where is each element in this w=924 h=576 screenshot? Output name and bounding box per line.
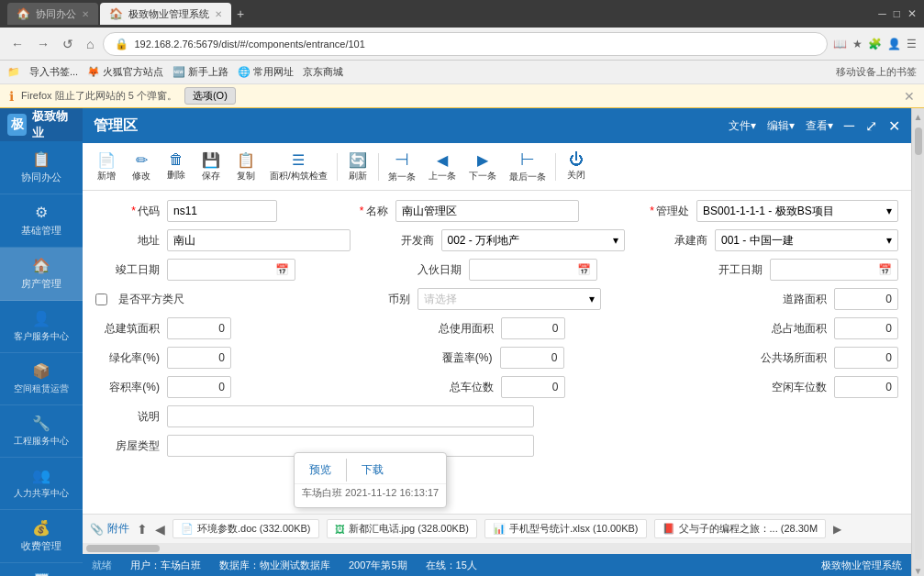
- floor-ratio-input[interactable]: [167, 376, 231, 398]
- toolbar-separator-3: [555, 153, 556, 181]
- add-button[interactable]: 📄 新增: [90, 149, 123, 185]
- notification-bar: ℹ Firefox 阻止了此网站的 5 个弹窗。 选项(O) ✕: [0, 84, 924, 108]
- maximize-app-btn[interactable]: ⤢: [865, 117, 877, 135]
- preview-button[interactable]: 预览: [295, 459, 346, 482]
- bookmark-jd[interactable]: 京东商城: [303, 65, 343, 79]
- attach-more-button[interactable]: ▶: [833, 523, 841, 536]
- scroll-up-icon[interactable]: ▲: [914, 112, 923, 122]
- green-rate-input[interactable]: [167, 347, 231, 369]
- total-build-label: 总建筑面积: [95, 321, 160, 337]
- tab-2-close[interactable]: ✕: [215, 9, 222, 19]
- attach-upload-icon[interactable]: ⬆: [137, 522, 148, 537]
- movein-date-input[interactable]: 📅: [469, 259, 597, 281]
- contractor-label: 承建商: [643, 233, 707, 249]
- bookmark-firefox[interactable]: 🦊 火狐官方站点: [87, 65, 163, 79]
- sqm-checkbox[interactable]: [95, 294, 107, 305]
- sync-icon[interactable]: 👤: [887, 38, 901, 50]
- attach-item-1[interactable]: 📄 环境参数.doc (332.00KB): [173, 519, 319, 538]
- last-button[interactable]: ⊢ 最后一条: [504, 147, 551, 186]
- completion-date-input[interactable]: 📅: [167, 259, 295, 281]
- attach-prev-icon[interactable]: ◀: [155, 522, 165, 537]
- header-edit-menu[interactable]: 编辑▾: [767, 118, 795, 134]
- code-input[interactable]: [167, 200, 277, 222]
- notif-close-button[interactable]: ✕: [904, 89, 915, 104]
- public-area-input[interactable]: [834, 347, 898, 369]
- close-button[interactable]: ⏻ 关闭: [560, 149, 593, 184]
- refresh-icon: 🔄: [349, 151, 367, 169]
- notif-options-button[interactable]: 选项(O): [184, 87, 236, 105]
- attach-item-2[interactable]: 🖼 新都汇电话.jpg (328.00KB): [327, 519, 477, 538]
- developer-select[interactable]: 002 - 万利地产 ▾: [441, 229, 625, 251]
- free-parking-input[interactable]: [834, 376, 898, 398]
- sidebar-item-工程服务[interactable]: 🔧 工程服务中心: [0, 405, 83, 458]
- bookmark-icon[interactable]: ★: [852, 38, 863, 50]
- header-view-menu[interactable]: 查看▾: [806, 118, 833, 134]
- pdf-icon: 📕: [662, 523, 675, 535]
- attach-item-3[interactable]: 📊 手机型号统计.xlsx (10.00KB): [484, 519, 647, 538]
- cover-rate-input[interactable]: [500, 347, 564, 369]
- extensions-icon[interactable]: 🧩: [868, 38, 882, 50]
- address-input[interactable]: [167, 229, 351, 251]
- tab-2-label: 极致物业管理系统: [128, 7, 209, 21]
- name-input[interactable]: [395, 200, 579, 222]
- reload-button[interactable]: ↺: [59, 35, 77, 53]
- minimize-btn[interactable]: ─: [878, 7, 886, 20]
- first-button[interactable]: ⊣ 第一条: [383, 147, 421, 186]
- next-button[interactable]: ▶ 下一条: [463, 149, 502, 185]
- tab-1[interactable]: 🏠 协同办公 ✕: [7, 3, 98, 25]
- sidebar-item-空间租赁[interactable]: 📦 空间租赁运营: [0, 353, 83, 405]
- sidebar-item-票据管理[interactable]: 🧾 票据管理: [0, 563, 83, 576]
- delete-button[interactable]: 🗑 删除: [160, 149, 193, 184]
- bookmark-import[interactable]: 导入书签...: [29, 65, 78, 79]
- url-box[interactable]: 🔒 192.168.2.76:5679/dist/#/components/en…: [103, 32, 828, 56]
- sidebar-item-基础管理[interactable]: ⚙ 基础管理: [0, 194, 83, 248]
- mobile-bookmarks[interactable]: 移动设备上的书签: [836, 65, 917, 79]
- sidebar-item-协同办公[interactable]: 📋 协同办公: [0, 141, 83, 194]
- road-area-input[interactable]: [834, 288, 898, 310]
- sidebar-item-收费管理[interactable]: 💰 收费管理: [0, 510, 83, 563]
- prev-button[interactable]: ◀ 上一条: [423, 149, 462, 185]
- reader-icon: 📖: [833, 38, 847, 50]
- tab-2[interactable]: 🏠 极致物业管理系统 ✕: [100, 3, 231, 25]
- forward-button[interactable]: →: [33, 35, 53, 53]
- bookmark-newuser[interactable]: 🆕 新手上路: [173, 65, 228, 79]
- tooltip-popup: 预览 下载 车场白班 2021-11-12 16:13:17: [294, 452, 447, 508]
- total-use-input[interactable]: [501, 317, 565, 339]
- currency-select[interactable]: 请选择 ▾: [417, 288, 601, 310]
- sidebar-item-房产管理[interactable]: 🏠 房产管理: [0, 248, 83, 301]
- header-file-menu[interactable]: 文件▾: [729, 118, 756, 134]
- scroll-down-icon[interactable]: ▼: [914, 566, 923, 576]
- refresh-button[interactable]: 🔄 刷新: [341, 149, 374, 185]
- attach-item-4[interactable]: 📕 父与子的编程之旅：... (28.30M: [654, 519, 827, 538]
- close-window-btn[interactable]: ✕: [907, 7, 917, 20]
- contractor-select[interactable]: 001 - 中国一建 ▾: [715, 229, 898, 251]
- close-app-btn[interactable]: ✕: [888, 117, 900, 135]
- menu-icon[interactable]: ☰: [907, 38, 917, 50]
- app-container: 极 极致物业 📋 协同办公 ⚙ 基础管理 🏠 房产管理 👤 客户服务中心 📦 空…: [0, 108, 924, 576]
- vertical-scrollbar-thumb[interactable]: [915, 127, 922, 155]
- edit-button[interactable]: ✏ 修改: [125, 149, 158, 185]
- total-build-input[interactable]: [167, 317, 231, 339]
- copy-button[interactable]: 📋 复制: [229, 149, 262, 185]
- sidebar-item-人力共享[interactable]: 👥 人力共享中心: [0, 458, 83, 510]
- validate-button[interactable]: ☰ 面积/构筑检查: [264, 149, 333, 185]
- back-button[interactable]: ←: [7, 35, 28, 53]
- total-land-input[interactable]: [834, 317, 898, 339]
- management-select[interactable]: BS001-1-1-1 - 极致BS项目 ▾: [696, 200, 898, 222]
- start-date-input[interactable]: 📅: [770, 259, 898, 281]
- scrollbar-thumb[interactable]: [86, 545, 160, 552]
- sidebar-item-客户服务[interactable]: 👤 客户服务中心: [0, 301, 83, 353]
- tab-1-close[interactable]: ✕: [82, 9, 89, 19]
- total-parking-input[interactable]: [501, 376, 565, 398]
- 房产管理-icon: 🏠: [32, 257, 50, 274]
- remark-input[interactable]: [167, 405, 534, 427]
- bookmark-common[interactable]: 🌐 常用网址: [238, 65, 294, 79]
- home-button[interactable]: ⌂: [83, 35, 97, 53]
- download-button[interactable]: 下载: [347, 459, 398, 482]
- maximize-btn[interactable]: □: [894, 7, 900, 20]
- new-tab-button[interactable]: +: [233, 6, 248, 21]
- minimize-app-btn[interactable]: ─: [844, 117, 854, 134]
- save-button[interactable]: 💾 保存: [195, 149, 228, 185]
- start-date-cal-icon: 📅: [878, 263, 892, 276]
- horizontal-scrollbar[interactable]: [83, 543, 911, 554]
